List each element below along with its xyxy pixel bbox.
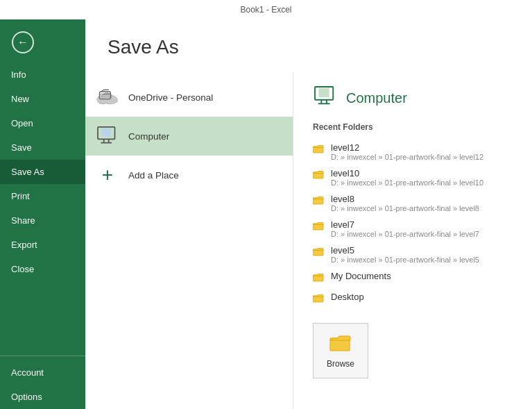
sidebar-item-info[interactable]: Info bbox=[0, 62, 85, 87]
recent-folders-label: Recent Folders bbox=[313, 122, 513, 132]
folder-item[interactable]: level12 D: » inwexcel » 01-pre-artwork-f… bbox=[313, 139, 513, 165]
folder-name: level8 bbox=[331, 194, 479, 204]
folder-name: level10 bbox=[331, 168, 483, 178]
folder-item[interactable]: level10 D: » inwexcel » 01-pre-artwork-f… bbox=[313, 165, 513, 190]
sidebar-item-new[interactable]: New bbox=[0, 87, 85, 111]
content-area: OneDrive - Personal Computer + Add a Pla… bbox=[85, 72, 532, 409]
folder-icon bbox=[313, 194, 324, 208]
folder-name: My Documents bbox=[331, 271, 391, 281]
folder-info: level7 D: » inwexcel » 01-pre-artwork-fi… bbox=[331, 219, 479, 238]
folder-icon bbox=[313, 168, 324, 182]
place-item-add[interactable]: + Add a Place bbox=[85, 156, 293, 194]
sidebar-item-open[interactable]: Open bbox=[0, 111, 85, 135]
folder-info: level10 D: » inwexcel » 01-pre-artwork-f… bbox=[331, 168, 483, 187]
folder-path: D: » inwexcel » 01-pre-artwork-final » l… bbox=[331, 256, 479, 264]
browse-folder-icon bbox=[329, 333, 352, 355]
folder-name: level12 bbox=[331, 142, 483, 153]
onedrive-icon bbox=[96, 86, 119, 108]
folder-info: Desktop bbox=[331, 292, 364, 302]
computer-panel: Computer Recent Folders level12 D: » inw… bbox=[293, 72, 532, 409]
folder-icon bbox=[313, 271, 324, 285]
sidebar: ← InfoNewOpenSaveSave AsPrintShareExport… bbox=[0, 19, 85, 409]
folder-icon bbox=[313, 142, 324, 156]
folder-info: My Documents bbox=[331, 271, 391, 281]
browse-button-label: Browse bbox=[327, 359, 354, 369]
folder-item[interactable]: Desktop bbox=[313, 288, 513, 309]
sidebar-item-export[interactable]: Export bbox=[0, 233, 85, 257]
folder-name: Desktop bbox=[331, 292, 364, 302]
sidebar-item-save-as[interactable]: Save As bbox=[0, 160, 85, 184]
folder-path: D: » inwexcel » 01-pre-artwork-final » l… bbox=[331, 230, 479, 238]
sidebar-item-print[interactable]: Print bbox=[0, 184, 85, 208]
places-panel: OneDrive - Personal Computer + Add a Pla… bbox=[85, 72, 293, 409]
folder-item[interactable]: My Documents bbox=[313, 267, 513, 288]
folder-info: level8 D: » inwexcel » 01-pre-artwork-fi… bbox=[331, 194, 479, 212]
sidebar-item-account[interactable]: Account bbox=[0, 360, 85, 385]
sidebar-item-close[interactable]: Close bbox=[0, 257, 85, 281]
folder-item[interactable]: level5 D: » inwexcel » 01-pre-artwork-fi… bbox=[313, 242, 513, 267]
folder-icon bbox=[313, 245, 324, 259]
folder-icon bbox=[313, 219, 324, 233]
back-button[interactable]: ← bbox=[6, 25, 40, 60]
computer-icon bbox=[96, 125, 119, 147]
sidebar-item-save[interactable]: Save bbox=[0, 135, 85, 160]
back-arrow-icon: ← bbox=[17, 36, 28, 49]
folder-item[interactable]: level7 D: » inwexcel » 01-pre-artwork-fi… bbox=[313, 216, 513, 242]
title-bar-text: Book1 - Excel bbox=[240, 5, 291, 15]
svg-rect-9 bbox=[101, 128, 111, 137]
place-label-computer: Computer bbox=[128, 131, 169, 142]
page-title: Save As bbox=[85, 19, 532, 72]
folder-path: D: » inwexcel » 01-pre-artwork-final » l… bbox=[331, 178, 483, 187]
folder-info: level12 D: » inwexcel » 01-pre-artwork-f… bbox=[331, 142, 483, 161]
folder-icon bbox=[313, 292, 324, 306]
main-content: Save As OneDrive - Personal bbox=[85, 19, 532, 409]
folder-name: level5 bbox=[331, 245, 479, 256]
computer-panel-title: Computer bbox=[346, 90, 407, 106]
folder-path: D: » inwexcel » 01-pre-artwork-final » l… bbox=[331, 204, 479, 212]
sidebar-item-share[interactable]: Share bbox=[0, 208, 85, 233]
place-label-onedrive: OneDrive - Personal bbox=[128, 92, 213, 103]
place-item-onedrive[interactable]: OneDrive - Personal bbox=[85, 78, 293, 117]
add-icon: + bbox=[96, 164, 119, 186]
add-place-label: Add a Place bbox=[128, 170, 179, 181]
sidebar-item-options[interactable]: Options bbox=[0, 385, 85, 409]
svg-rect-14 bbox=[319, 88, 329, 97]
computer-header: Computer bbox=[313, 86, 513, 110]
sidebar-divider bbox=[0, 356, 85, 356]
browse-button[interactable]: Browse bbox=[313, 323, 368, 378]
folder-name: level7 bbox=[331, 219, 479, 230]
folder-path: D: » inwexcel » 01-pre-artwork-final » l… bbox=[331, 153, 483, 161]
monitor-icon bbox=[313, 86, 338, 110]
folder-item[interactable]: level8 D: » inwexcel » 01-pre-artwork-fi… bbox=[313, 190, 513, 216]
place-item-computer[interactable]: Computer bbox=[85, 117, 293, 156]
folder-info: level5 D: » inwexcel » 01-pre-artwork-fi… bbox=[331, 245, 479, 264]
